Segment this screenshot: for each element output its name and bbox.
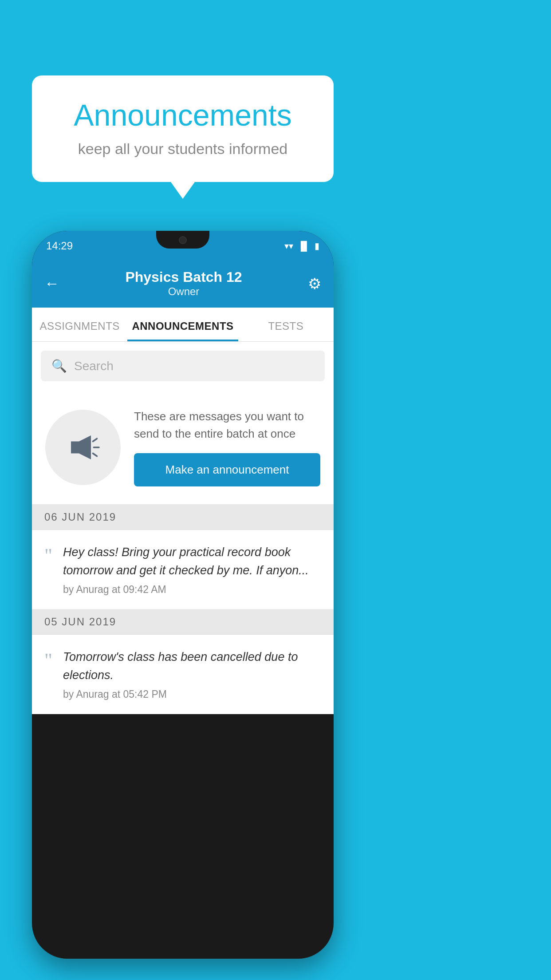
batch-role: Owner (59, 285, 308, 298)
header-center: Physics Batch 12 Owner (59, 269, 308, 298)
wifi-icon: ▾▾ (284, 241, 293, 251)
search-icon: 🔍 (51, 359, 67, 373)
phone-content: 🔍 Search These are messages you want to … (32, 342, 334, 714)
phone-notch (156, 231, 209, 249)
search-bar-wrap: 🔍 Search (32, 342, 334, 390)
tab-announcements[interactable]: ANNOUNCEMENTS (127, 308, 238, 341)
batch-title: Physics Batch 12 (59, 269, 308, 285)
search-placeholder-text: Search (74, 359, 114, 373)
announcement-text-1: Hey class! Bring your practical record b… (63, 543, 321, 596)
search-bar[interactable]: 🔍 Search (41, 351, 325, 381)
signal-icon: ▐▌ (298, 241, 310, 251)
app-header: ← Physics Batch 12 Owner ⚙ (32, 261, 334, 308)
announcement-text-2: Tomorrow's class has been cancelled due … (63, 648, 321, 700)
svg-line-3 (93, 453, 97, 456)
quote-icon-1: " (44, 546, 52, 565)
tab-tests[interactable]: TESTS (238, 308, 334, 341)
megaphone-icon (63, 427, 103, 467)
svg-marker-0 (71, 435, 91, 459)
announcement-message-2: Tomorrow's class has been cancelled due … (63, 648, 321, 684)
bubble-subtitle: keep all your students informed (59, 140, 307, 158)
tabs-bar: ASSIGNMENTS ANNOUNCEMENTS TESTS (32, 308, 334, 342)
camera-cutout (179, 236, 187, 244)
status-bar: 14:29 ▾▾ ▐▌ ▮ (32, 231, 334, 261)
status-time: 14:29 (46, 240, 73, 252)
announcement-prompt: These are messages you want to send to t… (32, 390, 334, 505)
make-announcement-button[interactable]: Make an announcement (134, 453, 320, 486)
status-icons: ▾▾ ▐▌ ▮ (284, 241, 319, 251)
announcement-message-1: Hey class! Bring your practical record b… (63, 543, 321, 579)
date-separator-1: 06 JUN 2019 (32, 505, 334, 530)
announcement-item-2[interactable]: " Tomorrow's class has been cancelled du… (32, 635, 334, 714)
tab-assignments[interactable]: ASSIGNMENTS (32, 308, 127, 341)
bubble-title: Announcements (59, 98, 307, 132)
announce-description: These are messages you want to send to t… (134, 408, 320, 443)
announce-icon-circle (45, 410, 121, 485)
announcement-meta-2: by Anurag at 05:42 PM (63, 688, 321, 700)
announcement-item-1[interactable]: " Hey class! Bring your practical record… (32, 530, 334, 609)
date-separator-2: 05 JUN 2019 (32, 609, 334, 635)
settings-button[interactable]: ⚙ (308, 275, 321, 292)
svg-line-1 (93, 439, 97, 441)
speech-bubble-card: Announcements keep all your students inf… (32, 75, 334, 182)
battery-icon: ▮ (315, 241, 319, 251)
back-button[interactable]: ← (44, 275, 59, 292)
phone-frame: 14:29 ▾▾ ▐▌ ▮ ← Physics Batch 12 Owner ⚙… (32, 231, 334, 959)
announce-right: These are messages you want to send to t… (134, 408, 320, 486)
announcement-meta-1: by Anurag at 09:42 AM (63, 584, 321, 596)
quote-icon-2: " (44, 651, 52, 670)
